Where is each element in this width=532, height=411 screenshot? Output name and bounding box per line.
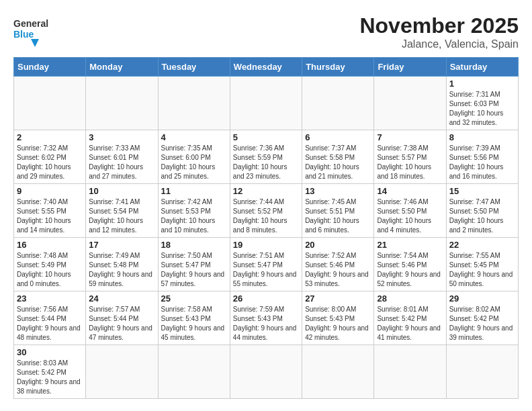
day-info: Sunrise: 7:56 AM Sunset: 5:44 PM Dayligh… bbox=[17, 305, 83, 342]
day-number: 17 bbox=[89, 240, 154, 250]
day-number: 15 bbox=[449, 186, 515, 196]
day-number: 30 bbox=[17, 347, 83, 357]
day-number: 19 bbox=[233, 240, 299, 250]
weekday-header-row: SundayMondayTuesdayWednesdayThursdayFrid… bbox=[14, 58, 519, 77]
day-info: Sunrise: 7:39 AM Sunset: 5:56 PM Dayligh… bbox=[449, 144, 515, 181]
calendar-cell bbox=[446, 345, 518, 399]
day-info: Sunrise: 7:59 AM Sunset: 5:43 PM Dayligh… bbox=[233, 305, 299, 342]
day-info: Sunrise: 8:01 AM Sunset: 5:42 PM Dayligh… bbox=[377, 305, 443, 342]
calendar-cell bbox=[158, 77, 230, 130]
calendar-cell: 28Sunrise: 8:01 AM Sunset: 5:42 PM Dayli… bbox=[374, 291, 446, 345]
day-info: Sunrise: 7:52 AM Sunset: 5:46 PM Dayligh… bbox=[305, 251, 371, 289]
day-number: 27 bbox=[305, 293, 371, 304]
day-info: Sunrise: 7:47 AM Sunset: 5:50 PM Dayligh… bbox=[449, 197, 515, 235]
svg-text:Blue: Blue bbox=[13, 29, 34, 40]
day-number: 11 bbox=[161, 186, 227, 196]
calendar-cell: 24Sunrise: 7:57 AM Sunset: 5:44 PM Dayli… bbox=[86, 291, 158, 345]
day-number: 4 bbox=[161, 132, 227, 142]
calendar-cell: 9Sunrise: 7:40 AM Sunset: 5:55 PM Daylig… bbox=[14, 184, 86, 238]
calendar-cell: 6Sunrise: 7:37 AM Sunset: 5:58 PM Daylig… bbox=[302, 130, 374, 184]
calendar-cell: 17Sunrise: 7:49 AM Sunset: 5:48 PM Dayli… bbox=[86, 238, 158, 291]
calendar-week-row: 2Sunrise: 7:32 AM Sunset: 6:02 PM Daylig… bbox=[14, 130, 519, 184]
calendar-cell bbox=[302, 77, 374, 130]
calendar-cell: 29Sunrise: 8:02 AM Sunset: 5:42 PM Dayli… bbox=[446, 291, 518, 345]
weekday-header: Tuesday bbox=[158, 58, 230, 77]
calendar-cell bbox=[158, 345, 230, 399]
day-info: Sunrise: 7:44 AM Sunset: 5:52 PM Dayligh… bbox=[233, 197, 299, 235]
day-info: Sunrise: 7:48 AM Sunset: 5:49 PM Dayligh… bbox=[17, 251, 83, 289]
day-number: 18 bbox=[161, 240, 227, 250]
day-number: 23 bbox=[17, 293, 83, 304]
calendar-cell: 30Sunrise: 8:03 AM Sunset: 5:42 PM Dayli… bbox=[14, 345, 86, 399]
day-number: 29 bbox=[449, 293, 515, 304]
svg-text:General: General bbox=[13, 18, 48, 29]
calendar-cell bbox=[230, 345, 302, 399]
day-info: Sunrise: 7:41 AM Sunset: 5:54 PM Dayligh… bbox=[89, 197, 154, 235]
calendar-cell: 16Sunrise: 7:48 AM Sunset: 5:49 PM Dayli… bbox=[14, 238, 86, 291]
day-info: Sunrise: 8:03 AM Sunset: 5:42 PM Dayligh… bbox=[17, 359, 83, 396]
day-number: 10 bbox=[89, 186, 154, 196]
calendar-cell: 25Sunrise: 7:58 AM Sunset: 5:43 PM Dayli… bbox=[158, 291, 230, 345]
calendar-cell: 18Sunrise: 7:50 AM Sunset: 5:47 PM Dayli… bbox=[158, 238, 230, 291]
day-number: 2 bbox=[17, 132, 83, 142]
day-number: 8 bbox=[449, 132, 515, 142]
day-number: 24 bbox=[89, 293, 154, 304]
calendar-week-row: 16Sunrise: 7:48 AM Sunset: 5:49 PM Dayli… bbox=[14, 238, 519, 291]
calendar-cell bbox=[230, 77, 302, 130]
logo-icon: General Blue bbox=[13, 13, 48, 48]
calendar-cell: 21Sunrise: 7:54 AM Sunset: 5:46 PM Dayli… bbox=[374, 238, 446, 291]
day-number: 21 bbox=[377, 240, 443, 250]
weekday-header: Monday bbox=[86, 58, 158, 77]
calendar-cell: 1Sunrise: 7:31 AM Sunset: 6:03 PM Daylig… bbox=[446, 77, 518, 130]
calendar-cell: 27Sunrise: 8:00 AM Sunset: 5:43 PM Dayli… bbox=[302, 291, 374, 345]
day-info: Sunrise: 7:45 AM Sunset: 5:51 PM Dayligh… bbox=[305, 197, 371, 235]
svg-marker-2 bbox=[31, 39, 39, 47]
day-number: 16 bbox=[17, 240, 83, 250]
calendar-table: SundayMondayTuesdayWednesdayThursdayFrid… bbox=[13, 57, 519, 399]
day-info: Sunrise: 7:46 AM Sunset: 5:50 PM Dayligh… bbox=[377, 197, 443, 235]
location-subtitle: Jalance, Valencia, Spain bbox=[359, 38, 519, 50]
calendar-cell bbox=[302, 345, 374, 399]
day-info: Sunrise: 7:49 AM Sunset: 5:48 PM Dayligh… bbox=[89, 251, 154, 289]
day-number: 5 bbox=[233, 132, 299, 142]
calendar-cell: 22Sunrise: 7:55 AM Sunset: 5:45 PM Dayli… bbox=[446, 238, 518, 291]
logo: General Blue bbox=[13, 13, 48, 48]
day-info: Sunrise: 7:58 AM Sunset: 5:43 PM Dayligh… bbox=[161, 305, 227, 342]
day-info: Sunrise: 7:33 AM Sunset: 6:01 PM Dayligh… bbox=[89, 144, 154, 181]
calendar-cell: 26Sunrise: 7:59 AM Sunset: 5:43 PM Dayli… bbox=[230, 291, 302, 345]
calendar-cell bbox=[374, 77, 446, 130]
day-number: 14 bbox=[377, 186, 443, 196]
calendar-cell: 10Sunrise: 7:41 AM Sunset: 5:54 PM Dayli… bbox=[86, 184, 158, 238]
day-number: 26 bbox=[233, 293, 299, 304]
calendar-cell bbox=[86, 77, 158, 130]
calendar-cell: 7Sunrise: 7:38 AM Sunset: 5:57 PM Daylig… bbox=[374, 130, 446, 184]
calendar-cell: 2Sunrise: 7:32 AM Sunset: 6:02 PM Daylig… bbox=[14, 130, 86, 184]
weekday-header: Saturday bbox=[446, 58, 518, 77]
day-number: 25 bbox=[161, 293, 227, 304]
calendar-cell: 15Sunrise: 7:47 AM Sunset: 5:50 PM Dayli… bbox=[446, 184, 518, 238]
calendar-cell: 13Sunrise: 7:45 AM Sunset: 5:51 PM Dayli… bbox=[302, 184, 374, 238]
day-info: Sunrise: 7:55 AM Sunset: 5:45 PM Dayligh… bbox=[449, 251, 515, 289]
day-info: Sunrise: 7:57 AM Sunset: 5:44 PM Dayligh… bbox=[89, 305, 154, 342]
calendar-cell bbox=[374, 345, 446, 399]
day-number: 7 bbox=[377, 132, 443, 142]
day-info: Sunrise: 7:37 AM Sunset: 5:58 PM Dayligh… bbox=[305, 144, 371, 181]
calendar-cell: 8Sunrise: 7:39 AM Sunset: 5:56 PM Daylig… bbox=[446, 130, 518, 184]
day-number: 22 bbox=[449, 240, 515, 250]
page-header: General Blue November 2025 Jalance, Vale… bbox=[13, 13, 519, 50]
day-info: Sunrise: 7:35 AM Sunset: 6:00 PM Dayligh… bbox=[161, 144, 227, 181]
day-info: Sunrise: 7:42 AM Sunset: 5:53 PM Dayligh… bbox=[161, 197, 227, 235]
weekday-header: Sunday bbox=[14, 58, 86, 77]
calendar-week-row: 30Sunrise: 8:03 AM Sunset: 5:42 PM Dayli… bbox=[14, 345, 519, 399]
calendar-cell bbox=[86, 345, 158, 399]
day-number: 1 bbox=[449, 79, 515, 89]
day-number: 20 bbox=[305, 240, 371, 250]
day-number: 3 bbox=[89, 132, 154, 142]
calendar-week-row: 1Sunrise: 7:31 AM Sunset: 6:03 PM Daylig… bbox=[14, 77, 519, 130]
calendar-cell: 23Sunrise: 7:56 AM Sunset: 5:44 PM Dayli… bbox=[14, 291, 86, 345]
day-info: Sunrise: 7:51 AM Sunset: 5:47 PM Dayligh… bbox=[233, 251, 299, 289]
calendar-cell: 4Sunrise: 7:35 AM Sunset: 6:00 PM Daylig… bbox=[158, 130, 230, 184]
calendar-cell bbox=[14, 77, 86, 130]
calendar-cell: 20Sunrise: 7:52 AM Sunset: 5:46 PM Dayli… bbox=[302, 238, 374, 291]
day-number: 9 bbox=[17, 186, 83, 196]
